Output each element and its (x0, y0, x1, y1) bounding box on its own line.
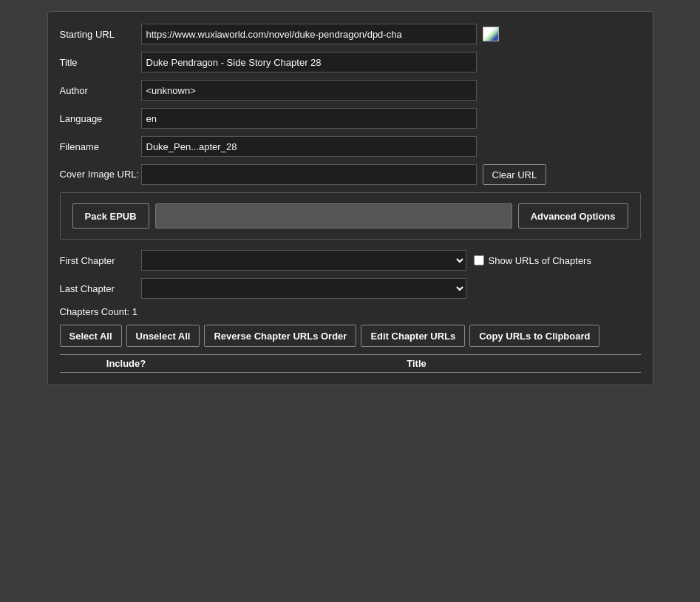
language-row: Language (60, 108, 641, 129)
action-buttons-row: Select All Unselect All Reverse Chapter … (60, 325, 641, 347)
show-urls-checkbox[interactable] (474, 255, 484, 266)
chapters-count: Chapters Count: 1 (60, 306, 641, 317)
first-chapter-select[interactable] (141, 250, 466, 271)
first-chapter-row: First Chapter Show URLs of Chapters (60, 250, 641, 271)
filename-label: Filename (60, 141, 141, 152)
pack-section: Pack EPUB Advanced Options (60, 192, 641, 240)
pack-epub-button[interactable]: Pack EPUB (72, 203, 149, 229)
advanced-options-button[interactable]: Advanced Options (518, 203, 628, 229)
show-urls-row: Show URLs of Chapters (474, 255, 591, 266)
cover-image-label: Cover Image URL: (60, 169, 141, 181)
author-input[interactable] (141, 80, 477, 101)
show-urls-label: Show URLs of Chapters (489, 255, 591, 266)
author-row: Author (60, 80, 641, 101)
progress-bar (155, 203, 512, 229)
last-chapter-label: Last Chapter (60, 283, 141, 294)
copy-urls-button[interactable]: Copy URLs to Clipboard (469, 325, 599, 347)
language-label: Language (60, 113, 141, 124)
last-chapter-select[interactable] (141, 278, 466, 299)
starting-url-input[interactable] (141, 24, 477, 44)
filename-row: Filename (60, 136, 641, 157)
cover-image-icon (483, 27, 499, 41)
clear-url-button[interactable]: Clear URL (483, 164, 547, 185)
last-chapter-row: Last Chapter (60, 278, 641, 299)
table-header: Include? Title (60, 354, 641, 373)
title-row: Title (60, 52, 641, 72)
edit-chapter-urls-button[interactable]: Edit Chapter URLs (361, 325, 465, 347)
filename-input[interactable] (141, 136, 477, 157)
author-label: Author (60, 85, 141, 96)
title-input[interactable] (141, 52, 477, 72)
main-panel: Starting URL Title Author Language Filen… (47, 11, 653, 385)
table-header-include: Include? (60, 358, 193, 369)
starting-url-row: Starting URL (60, 24, 641, 44)
title-label: Title (60, 57, 141, 68)
reverse-order-button[interactable]: Reverse Chapter URLs Order (204, 325, 356, 347)
language-input[interactable] (141, 108, 477, 129)
first-chapter-label: First Chapter (60, 255, 141, 266)
select-all-button[interactable]: Select All (60, 325, 122, 347)
cover-image-row: Cover Image URL: Clear URL (60, 164, 641, 185)
unselect-all-button[interactable]: Unselect All (126, 325, 200, 347)
table-header-title: Title (193, 358, 641, 369)
starting-url-label: Starting URL (60, 29, 141, 40)
cover-image-url-input[interactable] (141, 164, 477, 185)
